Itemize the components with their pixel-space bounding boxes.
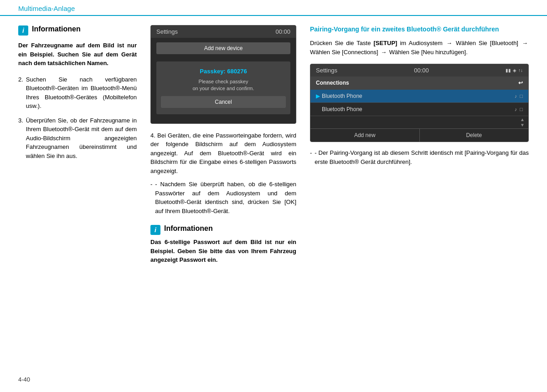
scroll-up-icon: ▲	[520, 117, 525, 122]
screen-add-new-device: Add new device	[156, 42, 290, 54]
screen-row-1-icons: ♪ □	[515, 93, 523, 99]
right-heading: Pairing-Vorgang für ein zweites Bluetoot…	[310, 25, 529, 34]
right-dash: - - Der Pairing-Vorgang ist ab diesem Sc…	[310, 148, 529, 166]
step-2-num: 2.	[18, 75, 23, 111]
scroll-icons: ▲ ▼	[520, 117, 525, 127]
signal-icon: ↑↓	[518, 68, 523, 73]
screen-bt-phone-row-2: ▶ Bluetooth Phone ♪ □	[310, 103, 528, 116]
step-4-dash-text: - Nachdem Sie überprüft haben, ob die 6-…	[155, 180, 296, 215]
scroll-down-icon: ▼	[520, 122, 525, 127]
bt-phone-label-2: Bluetooth Phone	[322, 106, 515, 112]
page-number: 4-40	[18, 376, 30, 383]
info-box-2: i Informationen	[150, 224, 296, 235]
screen-delete-btn[interactable]: Delete	[420, 129, 529, 142]
screen-2-status-icons: ▮▮ ◈ ↑↓	[506, 68, 523, 73]
connections-label: Connections	[316, 80, 349, 86]
screen-passkey-line1: Please check passkey	[161, 78, 286, 85]
screen-footer: Add new Delete	[310, 128, 528, 142]
screen-cancel-button[interactable]: Cancel	[161, 96, 286, 108]
step-3-num: 3.	[18, 116, 23, 161]
screen-2-title: Settings	[316, 67, 337, 74]
screen-passkey-line2: on your device and confirm.	[161, 85, 286, 92]
bt-phone-label-1: Bluetooth Phone	[322, 93, 515, 99]
info-icon-1: i	[18, 25, 28, 36]
battery-icon: ▮▮	[506, 68, 511, 73]
steps-list: 2. Suchen Sie nach verfügbaren Bluetooth…	[18, 75, 137, 161]
back-icon: ↩	[518, 80, 523, 86]
screen-passkey-box: Passkey: 680276 Please check passkey on …	[156, 61, 290, 114]
screen-bt-phone-row-1: ▶ Bluetooth Phone ♪ □	[310, 90, 528, 103]
right-column: Pairing-Vorgang für ein zweites Bluetoot…	[310, 25, 529, 272]
screen-arrow-icon: ▶	[316, 93, 320, 99]
setup-bold: [SETUP]	[373, 40, 397, 46]
screen-passkey-title: Passkey: 680276	[161, 68, 286, 75]
screen-1-time: 00:00	[275, 28, 290, 35]
arrow-3: →	[381, 49, 387, 56]
arrow-1: →	[446, 40, 452, 46]
screen-1-header: Settings 00:00	[151, 25, 296, 38]
step-4-text: 4. Bei Geräten, die eine Passworteingabe…	[150, 131, 296, 176]
step-2-text: Suchen Sie nach verfügbaren Bluetooth®-G…	[26, 75, 137, 111]
step-4-dash: - - Nachdem Sie überprüft haben, ob die …	[150, 180, 296, 215]
wifi-icon: ◈	[513, 68, 516, 73]
mid-column: Settings 00:00 Add new device Passkey: 6…	[150, 25, 296, 272]
right-dash-text: - Der Pairing-Vorgang ist ab diesem Schr…	[315, 148, 529, 166]
info-text-1: Der Fahrzeugname auf dem Bild ist nur ei…	[18, 41, 137, 68]
screen-1-title: Settings	[156, 28, 178, 35]
screen-1-body: Add new device Passkey: 680276 Please ch…	[151, 38, 296, 123]
page-header: Multimedia-Anlage	[0, 0, 547, 16]
screen-row-2-icons: ♪ □	[515, 107, 523, 112]
phone-icon-1: □	[520, 93, 523, 99]
main-content: i Informationen Der Fahrzeugname auf dem…	[0, 25, 547, 272]
info-text-2: Das 6-stellige Passwort auf dem Bild ist…	[150, 238, 296, 265]
info-icon-2: i	[150, 225, 160, 235]
page-title: Multimedia-Anlage	[18, 5, 75, 12]
left-column: i Informationen Der Fahrzeugname auf dem…	[18, 25, 137, 272]
step-3: 3. Überprüfen Sie, ob der Fahrzeugname i…	[18, 116, 137, 161]
info-heading-1: Informationen	[32, 25, 81, 33]
step-3-text: Überprüfen Sie, ob der Fahrzeugname in I…	[26, 116, 137, 161]
screen-2-time: 00:00	[414, 67, 429, 74]
info-heading-2: Informationen	[164, 224, 213, 233]
music-icon-2: ♪	[515, 107, 517, 112]
screen-add-new-btn[interactable]: Add new	[310, 129, 420, 142]
step-2: 2. Suchen Sie nach verfügbaren Bluetooth…	[18, 75, 137, 111]
music-icon-1: ♪	[515, 93, 517, 99]
scroll-area: ▲ ▼	[310, 116, 528, 128]
phone-icon-2: □	[520, 107, 523, 112]
screen-connections-row: Connections ↩	[310, 76, 528, 90]
screen-mockup-2: Settings 00:00 ▮▮ ◈ ↑↓ Connections ↩ ▶ B…	[310, 64, 529, 142]
arrow-2: →	[522, 40, 528, 46]
dash-symbol-2: -	[310, 148, 312, 166]
dash-symbol: -	[150, 180, 152, 215]
info-box-1: i Informationen	[18, 25, 137, 36]
screen-mockup-1: Settings 00:00 Add new device Passkey: 6…	[150, 25, 296, 124]
screen-2-header: Settings 00:00 ▮▮ ◈ ↑↓	[310, 64, 528, 76]
right-intro-text: Drücken Sie die Taste [SETUP] im Audiosy…	[310, 39, 529, 58]
